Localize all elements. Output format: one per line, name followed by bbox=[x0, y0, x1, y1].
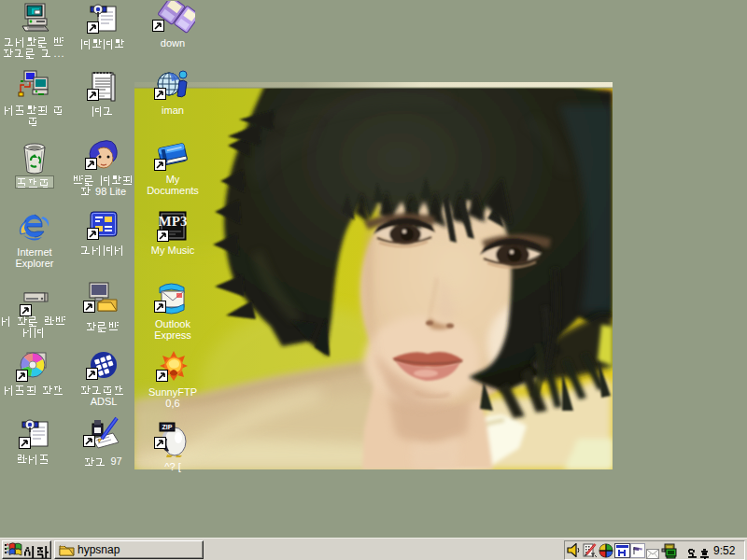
svg-text:ZIP: ZIP bbox=[162, 424, 173, 430]
svg-text:MP3: MP3 bbox=[159, 214, 187, 229]
